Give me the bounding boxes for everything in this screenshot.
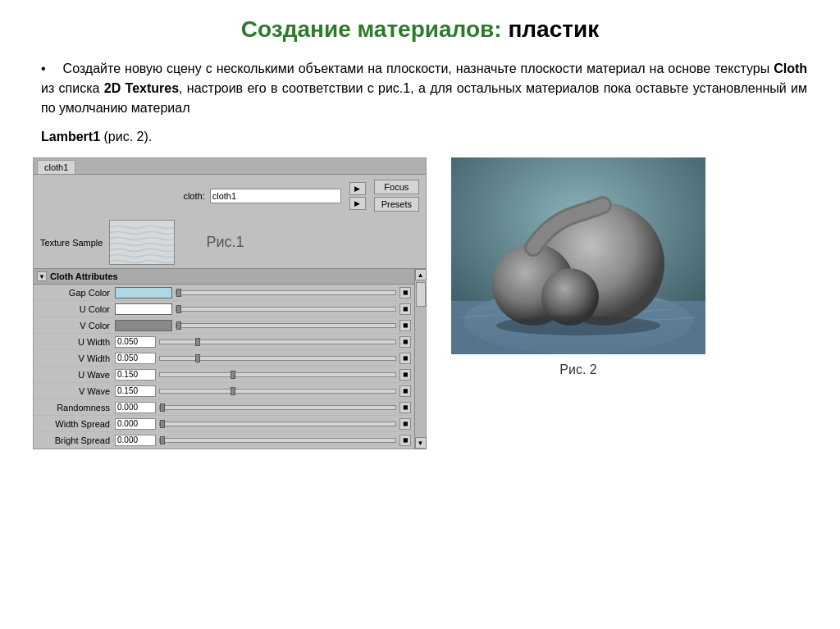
attribute-rows: Gap Color◼U Color◼V Color◼U Width◼V Widt… <box>34 285 426 449</box>
slider-thumb-2[interactable] <box>176 321 181 330</box>
attr-row-u-wave: U Wave◼ <box>34 367 426 383</box>
attr-name-8: Width Spread <box>37 419 115 429</box>
slider-thumb-5[interactable] <box>231 371 235 379</box>
render-preview <box>451 157 705 354</box>
section-header-label: Cloth Attributes <box>50 271 118 281</box>
ris1-label: Рис.1 <box>206 234 244 251</box>
slider-track-1[interactable] <box>176 307 396 312</box>
value-input-7[interactable] <box>115 402 156 413</box>
color-swatch-1[interactable] <box>115 303 172 315</box>
slider-track-6[interactable] <box>159 389 396 394</box>
cloth1-tab[interactable]: cloth1 <box>37 160 75 174</box>
attr-row-gap-color: Gap Color◼ <box>34 285 426 301</box>
attr-name-6: V Wave <box>37 386 115 396</box>
maya-panel: cloth1 cloth: ▶ ▶ Focus Presets Texture … <box>33 157 427 449</box>
attr-name-0: Gap Color <box>37 288 115 298</box>
end-btn-3[interactable]: ◼ <box>399 336 411 348</box>
attr-row-randomness: Randomness◼ <box>34 399 426 416</box>
ris2-label: Рис. 2 <box>559 362 596 377</box>
attr-name-2: V Color <box>37 321 115 330</box>
arrow-buttons: ▶ ▶ <box>349 182 366 210</box>
slider-thumb-4[interactable] <box>195 354 200 362</box>
arrow-btn-down[interactable]: ▶ <box>349 197 366 210</box>
page-title: Создание материалов: пластик <box>33 16 807 43</box>
end-btn-7[interactable]: ◼ <box>399 402 411 413</box>
slider-track-0[interactable] <box>176 290 396 295</box>
value-input-3[interactable] <box>115 336 156 348</box>
slider-track-5[interactable] <box>159 372 396 377</box>
attr-row-u-width: U Width◼ <box>34 334 426 350</box>
end-btn-9[interactable]: ◼ <box>399 435 411 446</box>
end-btn-5[interactable]: ◼ <box>399 369 411 381</box>
attr-row-width-spread: Width Spread◼ <box>34 416 426 432</box>
slider-thumb-6[interactable] <box>231 387 235 395</box>
attr-row-u-color: U Color◼ <box>34 301 426 317</box>
cloth-input[interactable] <box>210 189 341 203</box>
main-paragraph: • Создайте новую сцену с несколькими объ… <box>33 59 807 118</box>
attr-name-7: Randomness <box>37 403 115 412</box>
attr-name-9: Bright Spread <box>37 435 115 445</box>
value-input-5[interactable] <box>115 369 156 381</box>
texture-sample-preview <box>109 220 175 265</box>
texture-sample-row: Texture Sample Рис.1 <box>34 217 426 268</box>
end-btn-6[interactable]: ◼ <box>399 385 411 397</box>
attr-row-v-color: V Color◼ <box>34 317 426 334</box>
scrollbar-arrow-down[interactable]: ▼ <box>415 437 427 449</box>
color-swatch-2[interactable] <box>115 320 172 331</box>
texture-sample-label: Texture Sample <box>40 238 103 248</box>
section-header: ▼ Cloth Attributes <box>34 269 426 285</box>
slider-thumb-9[interactable] <box>160 436 165 444</box>
slider-track-3[interactable] <box>159 340 396 344</box>
attr-name-4: V Width <box>37 353 115 363</box>
lambert-line: Lambert1 (рис. 2). <box>33 130 807 144</box>
attr-name-5: U Wave <box>37 370 115 380</box>
attr-row-v-wave: V Wave◼ <box>34 383 426 399</box>
focus-presets-buttons: Focus Presets <box>374 180 419 212</box>
end-btn-1[interactable]: ◼ <box>399 303 411 315</box>
scrollbar-arrow-up[interactable]: ▲ <box>415 269 427 280</box>
slider-thumb-8[interactable] <box>160 420 165 428</box>
attributes-section: ▼ Cloth Attributes Gap Color◼U Color◼V C… <box>34 268 426 449</box>
tab-bar: cloth1 <box>34 158 426 175</box>
slider-track-7[interactable] <box>159 405 396 410</box>
slider-thumb-0[interactable] <box>176 289 181 297</box>
cloth-label: cloth: <box>183 191 204 201</box>
end-btn-4[interactable]: ◼ <box>399 353 411 364</box>
end-btn-0[interactable]: ◼ <box>399 287 411 299</box>
slider-track-9[interactable] <box>159 438 396 443</box>
arrow-btn-up[interactable]: ▶ <box>349 182 366 195</box>
slider-thumb-3[interactable] <box>195 338 200 346</box>
figures-section: cloth1 cloth: ▶ ▶ Focus Presets Texture … <box>33 157 807 449</box>
value-input-4[interactable] <box>115 353 156 364</box>
cloth-input-row: cloth: ▶ ▶ Focus Presets <box>34 175 426 217</box>
value-input-8[interactable] <box>115 418 156 430</box>
end-btn-2[interactable]: ◼ <box>399 320 411 331</box>
slider-track-2[interactable] <box>176 323 396 328</box>
collapse-button[interactable]: ▼ <box>37 271 47 281</box>
end-btn-8[interactable]: ◼ <box>399 418 411 430</box>
scrollbar[interactable]: ▲ ▼ <box>414 269 426 449</box>
scrollbar-thumb[interactable] <box>416 282 426 307</box>
value-input-6[interactable] <box>115 385 156 397</box>
attr-name-3: U Width <box>37 337 115 347</box>
presets-button[interactable]: Presets <box>374 197 419 212</box>
slider-track-4[interactable] <box>159 356 396 361</box>
svg-point-7 <box>496 316 660 335</box>
value-input-9[interactable] <box>115 435 156 446</box>
attr-row-bright-spread: Bright Spread◼ <box>34 432 426 449</box>
color-swatch-0[interactable] <box>115 287 172 299</box>
slider-thumb-1[interactable] <box>176 305 181 313</box>
right-section: Рис. 2 <box>451 157 705 377</box>
attr-row-v-width: V Width◼ <box>34 350 426 367</box>
focus-button[interactable]: Focus <box>374 180 419 194</box>
slider-track-8[interactable] <box>159 422 396 426</box>
attr-name-1: U Color <box>37 304 115 314</box>
slider-thumb-7[interactable] <box>160 403 165 412</box>
